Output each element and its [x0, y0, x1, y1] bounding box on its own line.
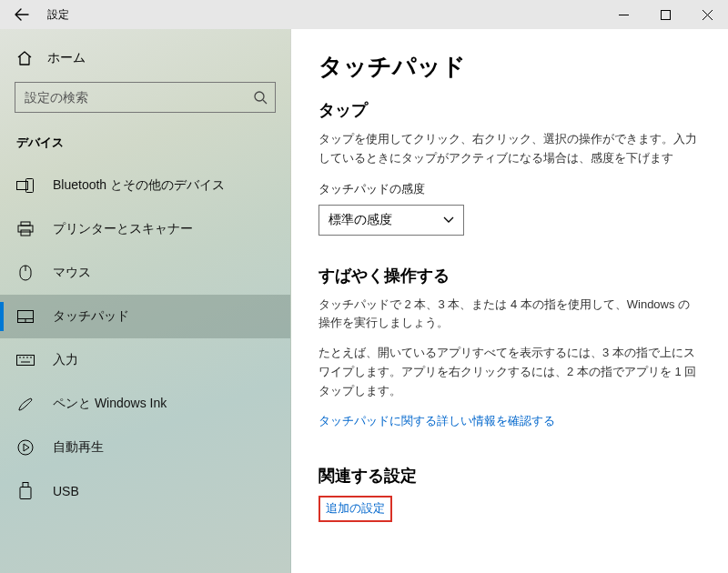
svg-point-1 [255, 92, 264, 101]
svg-rect-6 [21, 230, 30, 236]
home-label: ホーム [47, 50, 86, 66]
sidebar-item-label: マウス [53, 265, 91, 281]
svg-point-18 [18, 440, 33, 455]
window-title: 設定 [47, 7, 69, 23]
sensitivity-label: タッチパッドの感度 [318, 181, 701, 197]
touchpad-info-link[interactable]: タッチパッドに関する詳しい情報を確認する [318, 412, 555, 431]
touchpad-icon [16, 307, 35, 326]
mouse-icon [16, 264, 35, 282]
autoplay-icon [16, 438, 35, 457]
additional-settings-link[interactable]: 追加の設定 [318, 496, 392, 522]
titlebar: 設定 [0, 0, 728, 29]
svg-rect-5 [18, 226, 33, 232]
back-button[interactable] [7, 0, 36, 29]
sensitivity-value: 標準の感度 [329, 212, 392, 228]
sensitivity-dropdown[interactable]: 標準の感度 [318, 205, 464, 236]
section-heading-gestures: すばやく操作する [318, 265, 701, 286]
back-arrow-icon [15, 7, 29, 22]
svg-rect-4 [21, 222, 30, 226]
settings-window: 設定 ホーム デバイス [0, 0, 728, 573]
content-pane: タッチパッド タップ タップを使用してクリック、右クリック、選択の操作ができます… [291, 29, 728, 573]
close-icon [703, 10, 713, 20]
maximize-icon [661, 10, 671, 20]
home-link[interactable]: ホーム [0, 40, 290, 76]
close-button[interactable] [686, 0, 728, 29]
sidebar-item-autoplay[interactable]: 自動再生 [0, 426, 290, 469]
section-heading-related: 関連する設定 [318, 465, 701, 487]
sidebar-item-printers[interactable]: プリンターとスキャナー [0, 207, 290, 251]
search-box[interactable] [15, 82, 276, 113]
sidebar-item-usb[interactable]: USB [0, 469, 290, 513]
printer-icon [16, 220, 35, 238]
sidebar-item-typing[interactable]: 入力 [0, 338, 290, 382]
window-controls [602, 0, 728, 29]
minimize-icon [619, 10, 629, 20]
sidebar-item-pen[interactable]: ペンと Windows Ink [0, 382, 290, 426]
devices-icon [16, 176, 35, 195]
maximize-button[interactable] [644, 0, 686, 29]
tap-description: タップを使用してクリック、右クリック、選択の操作ができます。入力しているときにタ… [318, 130, 701, 168]
search-input[interactable] [25, 90, 253, 105]
sidebar-item-touchpad[interactable]: タッチパッド [0, 295, 290, 338]
svg-rect-12 [17, 356, 35, 366]
gestures-desc-2: たとえば、開いているアプリすべてを表示するには、3 本の指で上にスワイプします。… [318, 344, 701, 400]
sidebar-item-label: USB [53, 484, 79, 498]
usb-icon [16, 482, 35, 500]
svg-rect-19 [23, 483, 28, 488]
search-icon [253, 90, 268, 105]
minimize-button[interactable] [602, 0, 644, 29]
sidebar-item-label: タッチパッド [53, 308, 129, 325]
svg-rect-0 [661, 10, 670, 19]
section-heading-tap: タップ [318, 99, 701, 121]
sidebar-item-bluetooth[interactable]: Bluetooth とその他のデバイス [0, 164, 290, 207]
sidebar-item-label: 自動再生 [53, 439, 104, 456]
sidebar-category: デバイス [0, 126, 290, 164]
sidebar-item-label: プリンターとスキャナー [53, 221, 193, 237]
window-body: ホーム デバイス Bluetooth とその他のデバイス プリンターとスキャナー… [0, 29, 728, 573]
sidebar-item-label: ペンと Windows Ink [53, 396, 167, 412]
chevron-down-icon [443, 216, 454, 224]
sidebar-item-label: Bluetooth とその他のデバイス [53, 177, 225, 194]
home-icon [16, 50, 33, 66]
svg-rect-3 [26, 179, 34, 193]
sidebar-item-label: 入力 [53, 352, 78, 368]
page-title: タッチパッド [318, 51, 701, 83]
pen-icon [16, 395, 35, 413]
svg-rect-20 [20, 488, 31, 499]
gestures-desc-1: タッチパッドで 2 本、3 本、または 4 本の指を使用して、Windows の… [318, 296, 701, 334]
sidebar-item-mouse[interactable]: マウス [0, 251, 290, 295]
keyboard-icon [16, 351, 35, 369]
sidebar: ホーム デバイス Bluetooth とその他のデバイス プリンターとスキャナー… [0, 29, 291, 573]
